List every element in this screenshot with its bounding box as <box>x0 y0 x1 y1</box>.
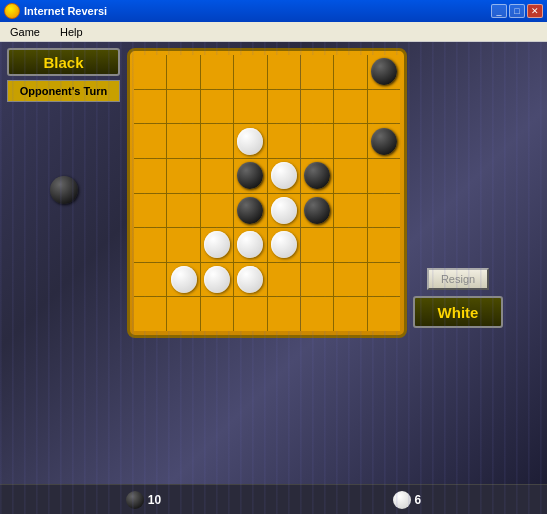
close-button[interactable]: ✕ <box>527 4 543 18</box>
board-cell[interactable] <box>134 90 166 124</box>
board-cell[interactable] <box>234 194 266 228</box>
board-cell[interactable] <box>368 124 400 158</box>
black-piece-display <box>50 176 78 204</box>
board-cell[interactable] <box>134 228 166 262</box>
white-piece <box>237 231 263 258</box>
board-cell[interactable] <box>334 228 366 262</box>
board-cell[interactable] <box>334 124 366 158</box>
game-board <box>134 55 400 331</box>
resign-button[interactable]: Resign <box>427 268 489 290</box>
board-cell[interactable] <box>301 124 333 158</box>
board-cell[interactable] <box>368 90 400 124</box>
board-cell[interactable] <box>234 263 266 297</box>
board-cell[interactable] <box>268 228 300 262</box>
board-cell[interactable] <box>301 194 333 228</box>
board-cell[interactable] <box>368 55 400 89</box>
white-piece <box>171 266 197 293</box>
board-cell[interactable] <box>368 194 400 228</box>
board-cell[interactable] <box>134 263 166 297</box>
board-cell[interactable] <box>301 90 333 124</box>
board-cell[interactable] <box>368 159 400 193</box>
board-cell[interactable] <box>368 228 400 262</box>
black-piece <box>304 197 330 224</box>
white-piece <box>204 266 230 293</box>
board-cell[interactable] <box>167 159 199 193</box>
left-panel: Black Opponent's Turn <box>6 48 121 478</box>
game-area: Black Opponent's Turn Resign White <box>0 42 547 484</box>
board-cell[interactable] <box>201 263 233 297</box>
board-cell[interactable] <box>234 55 266 89</box>
board-cell[interactable] <box>334 194 366 228</box>
board-cell[interactable] <box>334 90 366 124</box>
app-icon <box>4 3 20 19</box>
board-cell[interactable] <box>134 55 166 89</box>
white-score-value: 6 <box>415 493 422 507</box>
board-cell[interactable] <box>134 297 166 331</box>
menu-game[interactable]: Game <box>4 25 46 39</box>
right-panel: Resign White <box>413 48 503 478</box>
board-cell[interactable] <box>201 228 233 262</box>
board-cell[interactable] <box>268 124 300 158</box>
board-cell[interactable] <box>368 263 400 297</box>
board-cell[interactable] <box>167 263 199 297</box>
board-cell[interactable] <box>134 194 166 228</box>
board-cell[interactable] <box>201 124 233 158</box>
board-cell[interactable] <box>167 228 199 262</box>
white-piece <box>271 197 297 224</box>
black-piece-large <box>50 176 78 204</box>
board-cell[interactable] <box>201 194 233 228</box>
board-cell[interactable] <box>268 55 300 89</box>
board-cell[interactable] <box>201 159 233 193</box>
board-cell[interactable] <box>234 297 266 331</box>
board-cell[interactable] <box>201 55 233 89</box>
board-cell[interactable] <box>167 90 199 124</box>
black-player-label: Black <box>7 48 120 76</box>
board-cell[interactable] <box>301 263 333 297</box>
black-piece <box>371 58 397 85</box>
board-cell[interactable] <box>301 55 333 89</box>
board-cell[interactable] <box>301 159 333 193</box>
black-piece <box>237 197 263 224</box>
white-score-piece <box>393 491 411 509</box>
board-cell[interactable] <box>234 90 266 124</box>
white-piece <box>204 231 230 258</box>
board-cell[interactable] <box>167 55 199 89</box>
board-cell[interactable] <box>301 297 333 331</box>
board-cell[interactable] <box>234 159 266 193</box>
opponent-turn-label: Opponent's Turn <box>7 80 120 102</box>
board-cell[interactable] <box>334 297 366 331</box>
black-score-piece <box>126 491 144 509</box>
white-score: 6 <box>393 491 422 509</box>
board-cell[interactable] <box>301 228 333 262</box>
black-piece <box>237 162 263 189</box>
board-cell[interactable] <box>334 55 366 89</box>
board-cell[interactable] <box>368 297 400 331</box>
board-cell[interactable] <box>268 159 300 193</box>
board-cell[interactable] <box>167 297 199 331</box>
title-bar: Internet Reversi _ □ ✕ <box>0 0 547 22</box>
menu-help[interactable]: Help <box>54 25 89 39</box>
board-cell[interactable] <box>334 159 366 193</box>
black-piece <box>304 162 330 189</box>
board-container <box>127 48 407 338</box>
board-cell[interactable] <box>167 124 199 158</box>
board-cell[interactable] <box>167 194 199 228</box>
menu-bar: Game Help <box>0 22 547 42</box>
board-cell[interactable] <box>334 263 366 297</box>
title-buttons: _ □ ✕ <box>491 4 543 18</box>
board-cell[interactable] <box>268 90 300 124</box>
maximize-button[interactable]: □ <box>509 4 525 18</box>
board-cell[interactable] <box>268 194 300 228</box>
board-cell[interactable] <box>234 228 266 262</box>
board-cell[interactable] <box>201 297 233 331</box>
white-player-label: White <box>413 296 503 328</box>
board-cell[interactable] <box>268 297 300 331</box>
board-cell[interactable] <box>134 159 166 193</box>
white-piece <box>271 231 297 258</box>
board-cell[interactable] <box>201 90 233 124</box>
board-cell[interactable] <box>268 263 300 297</box>
board-cell[interactable] <box>234 124 266 158</box>
board-cell[interactable] <box>134 124 166 158</box>
minimize-button[interactable]: _ <box>491 4 507 18</box>
title-text: Internet Reversi <box>24 5 487 17</box>
